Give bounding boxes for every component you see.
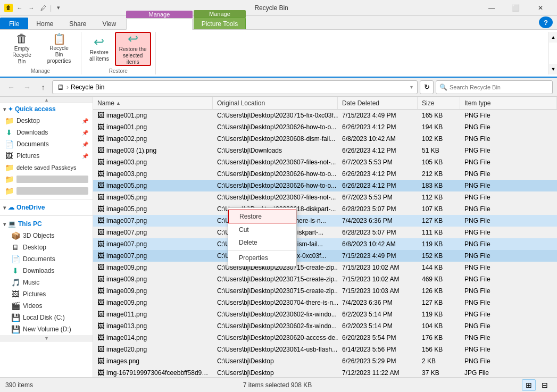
- address-input[interactable]: 🖥 › Recycle Bin ▾: [52, 80, 418, 94]
- blurred2-icon: 📁: [4, 187, 14, 195]
- file-row[interactable]: 🖼 image014.png C:\Users\bj\Desktop\20230…: [93, 332, 557, 344]
- sidebar-item-desktop2[interactable]: 🖥 Desktop: [0, 241, 93, 253]
- sidebar-item-documents[interactable]: 📄 Documents 📌: [0, 138, 93, 150]
- sidebar-item-downloads[interactable]: ⬇ Downloads 📌: [0, 127, 93, 138]
- file-row[interactable]: 🖼 img-1679199973064fceebbff58d9c9... C:\…: [93, 367, 557, 377]
- file-row[interactable]: 🖼 image001.png C:\Users\bj\Desktop\20230…: [93, 121, 557, 133]
- sidebar-scroll-up[interactable]: ▲: [0, 97, 93, 103]
- sidebar-item-newvolumed[interactable]: 💾 New Volume (D:): [0, 323, 93, 335]
- file-row[interactable]: 🖼 images.png C:\Users\bj\Desktop 6/26/20…: [93, 355, 557, 367]
- tab-home[interactable]: Home: [28, 18, 61, 29]
- col-header-type[interactable]: Item type: [460, 97, 557, 109]
- file-cell-location: C:\Users\bj\Desktop\20230626-how-to-o...: [213, 121, 338, 132]
- sidebar-item-blurred1[interactable]: 📁 ████████████: [0, 173, 93, 185]
- ribbon-scroll-down[interactable]: ▼: [549, 64, 557, 74]
- file-name-text: image013.png: [106, 322, 147, 330]
- file-name-text: image002.png: [106, 135, 147, 143]
- sidebar-item-videos[interactable]: 🎬 Videos: [0, 300, 93, 312]
- quick-access-btn-edit[interactable]: 🖊: [38, 3, 48, 13]
- sidebar-item-downloads2[interactable]: ⬇ Downloads: [0, 265, 93, 277]
- file-row[interactable]: 🖼 image007.png C:\Users\bj\Desktop\...60…: [93, 238, 557, 250]
- file-row[interactable]: 🖼 image002.png C:\Users\bj\Desktop\20230…: [93, 133, 557, 145]
- quick-access-btn-customize[interactable]: ▾: [54, 3, 63, 13]
- forward-btn[interactable]: →: [20, 80, 34, 94]
- sidebar-item-blurred2[interactable]: 📁 ████████: [0, 185, 93, 197]
- file-name-text: image007.png: [106, 240, 147, 248]
- sidebar-item-pictures2[interactable]: 🖼 Pictures: [0, 288, 93, 300]
- tab-picture-tools[interactable]: Picture Tools: [194, 18, 246, 29]
- file-cell-date: 6/26/2023 4:12 PM: [338, 145, 418, 156]
- sidebar-quick-access-header[interactable]: ▾ ✦ Quick access: [0, 103, 93, 115]
- file-row[interactable]: 🖼 image009.png C:\Users\bj\Desktop\20230…: [93, 285, 557, 297]
- refresh-btn[interactable]: ↻: [420, 80, 434, 94]
- context-menu-cut[interactable]: Cut: [228, 223, 296, 236]
- file-row[interactable]: 🖼 image003 (1).png C:\Users\bj\Downloads…: [93, 145, 557, 156]
- file-row[interactable]: 🖼 image009.png C:\Users\bj\Desktop\20230…: [93, 262, 557, 273]
- tab-share[interactable]: Share: [61, 18, 94, 29]
- tab-view[interactable]: View: [94, 18, 124, 29]
- ribbon-scroll-up[interactable]: ▲: [549, 32, 557, 43]
- sidebar-item-passkeys[interactable]: 📁 delete saved Passkeys: [0, 162, 93, 173]
- sidebar-item-pictures[interactable]: 🖼 Pictures 📌: [0, 150, 93, 162]
- help-btn[interactable]: ?: [539, 16, 553, 28]
- sidebar-documents2-label: Documents: [23, 255, 88, 263]
- restore-selected-btn[interactable]: ↩ Restore theselected items: [115, 32, 151, 66]
- file-row[interactable]: 🖼 image001.png C:\Users\bj\Desktop\20230…: [93, 110, 557, 121]
- file-type-text: PNG File: [464, 217, 491, 224]
- file-row[interactable]: 🖼 image011.png C:\Users\bj\Desktop\20230…: [93, 308, 557, 320]
- file-row[interactable]: 🖼 image007.png C:\Users\bj\Desktop\...61…: [93, 227, 557, 238]
- large-icons-btn[interactable]: ⊟: [538, 379, 552, 391]
- maximize-btn[interactable]: ⬜: [504, 0, 528, 16]
- close-btn[interactable]: ✕: [528, 0, 553, 16]
- file-row[interactable]: 🖼 image003.png C:\Users\bj\Desktop\20230…: [93, 168, 557, 180]
- search-box[interactable]: 🔍: [436, 80, 553, 94]
- tab-recycle-bin-tools[interactable]: Recycle Bin Tools: [126, 18, 193, 30]
- restore-all-items-btn[interactable]: ↩ Restoreall items: [86, 32, 113, 66]
- quick-access-btn-forward[interactable]: →: [27, 3, 36, 13]
- file-date-text: 6/26/2023 4:12 PM: [342, 170, 396, 178]
- sidebar-desktop2-label: Desktop: [23, 244, 88, 251]
- address-dropdown-btn[interactable]: ▾: [410, 84, 413, 90]
- details-view-btn[interactable]: ⊞: [522, 379, 536, 391]
- col-header-location[interactable]: Original Location: [213, 97, 338, 109]
- file-row[interactable]: 🖼 image005.png C:\Users\bj\Desktop\20230…: [93, 191, 557, 203]
- col-header-size[interactable]: Size: [418, 97, 460, 109]
- sidebar-thispc-header[interactable]: ▾ 💻 This PC: [0, 218, 93, 230]
- file-row[interactable]: 🖼 image009.png C:\Users\bj\Desktop\20230…: [93, 297, 557, 308]
- back-btn[interactable]: ←: [4, 80, 18, 94]
- sidebar-scroll-down[interactable]: ▼: [0, 335, 93, 341]
- recycle-bin-properties-btn[interactable]: 📋 Recycle Binproperties: [41, 32, 77, 66]
- file-row[interactable]: 🖼 image003.png C:\Users\bj\Desktop\20230…: [93, 156, 557, 168]
- up-btn[interactable]: ↑: [36, 80, 50, 94]
- col-date-label: Date Deleted: [342, 99, 379, 107]
- file-row[interactable]: 🖼 image009.png C:\Users\bj\Desktop\20230…: [93, 273, 557, 285]
- context-menu-delete[interactable]: Delete: [228, 236, 296, 249]
- file-row[interactable]: 🖼 image020.png C:\Users\bj\Desktop\20230…: [93, 344, 557, 355]
- file-type-text: PNG File: [464, 159, 491, 166]
- col-header-date[interactable]: Date Deleted: [338, 97, 418, 109]
- minimize-btn[interactable]: —: [479, 0, 504, 16]
- sidebar-item-music[interactable]: 🎵 Music: [0, 277, 93, 288]
- empty-recycle-bin-btn[interactable]: 🗑 EmptyRecycle Bin: [4, 32, 39, 66]
- sidebar-pictures2-label: Pictures: [23, 290, 88, 298]
- sidebar-onedrive-header[interactable]: ▾ ☁ OneDrive: [0, 202, 93, 213]
- file-date-text: 6/2/2023 5:14 PM: [342, 311, 393, 318]
- sidebar-item-localdisk[interactable]: 💾 Local Disk (C:): [0, 312, 93, 323]
- sidebar-item-desktop[interactable]: 📁 Desktop 📌: [0, 115, 93, 127]
- tab-file[interactable]: File: [0, 18, 28, 29]
- sidebar-documents-label: Documents: [16, 140, 79, 148]
- file-row[interactable]: 🖼 image005.png C:\Users\bj\Desktop\20230…: [93, 180, 557, 191]
- context-menu-restore[interactable]: Restore: [228, 210, 296, 223]
- context-menu-properties[interactable]: Properties: [228, 252, 296, 264]
- sidebar-item-3dobjects[interactable]: 📦 3D Objects: [0, 230, 93, 241]
- file-row[interactable]: 🖼 image013.png C:\Users\bj\Desktop\20230…: [93, 320, 557, 332]
- sidebar-item-documents2[interactable]: 📄 Documents: [0, 253, 93, 265]
- file-row[interactable]: 🖼 image007.png C:\Users\bj\Desktop\...71…: [93, 250, 557, 262]
- file-row[interactable]: 🖼 image005.png C:\Users\bj\Desktop\20230…: [93, 203, 557, 215]
- quick-access-btn-back[interactable]: ←: [15, 3, 24, 13]
- col-header-name[interactable]: Name ▲: [93, 97, 213, 109]
- search-input[interactable]: [450, 84, 549, 90]
- file-row[interactable]: 🖼 image007.png C:\Users\bj\Desktop\...70…: [93, 215, 557, 227]
- file-type-text: PNG File: [464, 334, 491, 341]
- file-date-text: 6/7/2023 5:53 PM: [342, 194, 393, 201]
